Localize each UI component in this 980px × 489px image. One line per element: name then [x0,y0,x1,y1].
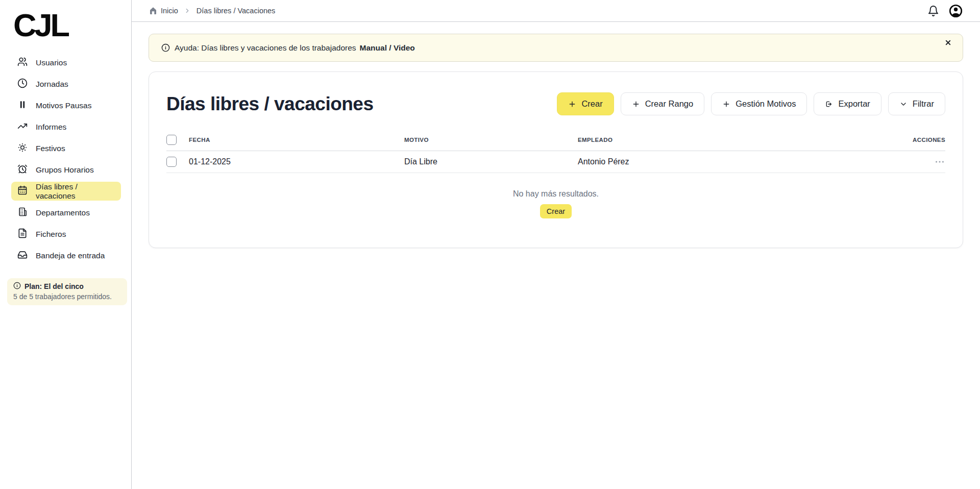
sidebar-item-grupos-horarios[interactable]: Grupos Horarios [11,160,121,179]
sidebar-item-label: Días libres / vacaciones [36,182,115,201]
sidebar-item-label: Informes [36,123,66,132]
sun-icon [17,142,28,155]
plan-title: Plan: El del cinco [24,282,84,290]
breadcrumb: Inicio Días libres / Vacaciones [149,7,275,15]
sidebar-item-label: Festivos [36,144,65,153]
sidebar-item-label: Ficheros [36,230,66,239]
table-row: 01-12-2025 Día Libre Antonio Pérez [166,151,945,173]
breadcrumb-label: Inicio [161,7,178,15]
button-label: Gestión Motivos [736,99,796,109]
sidebar-item-label: Motivos Pausas [36,101,91,110]
col-header-motivo: MOTIVO [404,137,578,143]
clock-icon [17,78,28,90]
chevron-down-icon [899,100,908,108]
pause-icon [17,100,28,112]
sidebar-item-label: Bandeja de entrada [36,251,105,260]
button-label: Exportar [838,99,870,109]
row-checkbox[interactable] [166,157,177,167]
sidebar-item-bandeja[interactable]: Bandeja de entrada [11,246,121,265]
link-separator: / [387,43,394,52]
file-icon [17,228,28,240]
create-range-button[interactable]: Crear Rango [621,92,704,115]
sidebar-item-informes[interactable]: Informes [11,117,121,136]
user-menu-button[interactable] [949,4,963,18]
cell-empleado: Antonio Pérez [578,157,889,166]
table-header-row: FECHA MOTIVO EMPLEADO ACCIONES [166,129,945,151]
help-banner-text: Ayuda: Días libres y vacaciones de los t… [175,43,356,53]
sidebar-item-ficheros[interactable]: Ficheros [11,225,121,243]
bell-icon [927,5,939,17]
sidebar-item-festivos[interactable]: Festivos [11,139,121,158]
help-banner: Ayuda: Días libres y vacaciones de los t… [149,34,963,62]
col-header-acciones: ACCIONES [889,137,945,143]
cell-fecha: 01-12-2025 [189,157,404,166]
trending-up-icon [17,121,28,133]
close-icon [944,39,952,46]
main-content: Inicio Días libres / Vacaciones [132,0,980,489]
plus-icon [568,100,576,108]
manage-reasons-button[interactable]: Gestión Motivos [711,92,807,115]
user-avatar-icon [949,4,963,18]
banner-close-button[interactable] [944,39,952,46]
breadcrumb-home[interactable]: Inicio [149,7,178,15]
sidebar-item-departamentos[interactable]: Departamentos [11,203,121,222]
app-root: CJL Usuarios Jornadas Motivos Pausas Inf… [0,0,980,489]
video-link[interactable]: Video [394,43,415,52]
alarm-clock-icon [17,164,28,176]
notifications-button[interactable] [927,5,939,17]
filter-button[interactable]: Filtrar [888,92,945,115]
ellipsis-icon [934,156,945,167]
manual-link[interactable]: Manual [360,43,387,52]
info-icon [161,43,170,52]
cell-motivo: Día Libre [404,157,578,166]
sidebar-item-jornadas[interactable]: Jornadas [11,75,121,93]
topbar: Inicio Días libres / Vacaciones [132,0,980,22]
sidebar-item-usuarios[interactable]: Usuarios [11,53,121,72]
create-button[interactable]: Crear [557,92,614,115]
page-title: Días libres / vacaciones [166,93,374,115]
building-icon [17,207,28,219]
select-all-checkbox[interactable] [166,135,177,145]
inbox-icon [17,250,28,262]
export-icon [825,100,833,108]
info-icon [13,282,21,291]
empty-create-button[interactable]: Crear [540,204,572,218]
sidebar: CJL Usuarios Jornadas Motivos Pausas Inf… [0,0,132,489]
dias-libres-table: FECHA MOTIVO EMPLEADO ACCIONES 01-12-202… [166,129,945,173]
sidebar-item-label: Jornadas [36,80,68,89]
plus-icon [722,100,730,108]
col-header-empleado: EMPLEADO [578,137,889,143]
chevron-right-icon [184,7,191,14]
row-actions-button[interactable] [889,156,945,167]
sidebar-item-label: Departamentos [36,208,90,217]
home-icon [149,7,157,15]
users-icon [17,57,28,69]
dias-libres-card: Días libres / vacaciones Crear Crear Ran… [149,71,963,248]
sidebar-item-motivos-pausas[interactable]: Motivos Pausas [11,96,121,115]
plan-subtitle: 5 de 5 trabajadores permitidos. [13,292,121,301]
col-header-fecha: FECHA [189,137,404,143]
export-button[interactable]: Exportar [814,92,881,115]
breadcrumb-current[interactable]: Días libres / Vacaciones [197,7,275,15]
button-label: Crear Rango [645,99,693,109]
sidebar-nav: Usuarios Jornadas Motivos Pausas Informe… [0,47,131,265]
sidebar-item-dias-libres[interactable]: Días libres / vacaciones [11,182,121,201]
plus-icon [632,100,640,108]
no-more-results-text: No hay más resultados. [166,189,945,199]
plan-info-box: Plan: El del cinco 5 de 5 trabajadores p… [7,278,127,305]
sidebar-item-label: Usuarios [36,58,67,67]
calendar-icon [17,185,28,198]
sidebar-item-label: Grupos Horarios [36,165,94,175]
button-label: Crear [581,99,602,109]
company-logo: CJL [13,3,131,47]
breadcrumb-label: Días libres / Vacaciones [197,7,275,15]
button-label: Filtrar [913,99,934,109]
toolbar: Crear Crear Rango Gestión Motivos E [557,92,945,115]
